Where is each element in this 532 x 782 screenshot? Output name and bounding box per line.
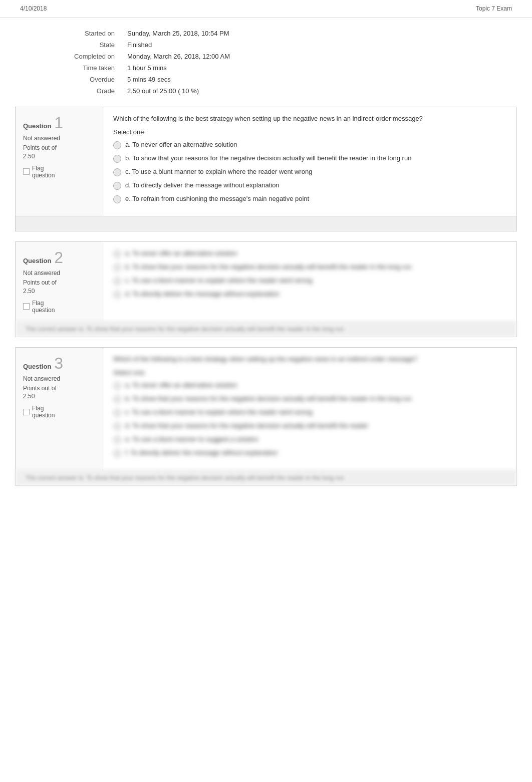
radio-1-2[interactable] <box>113 168 121 176</box>
points-label-2: Points out of 2.50 <box>23 279 95 296</box>
page-header: 4/10/2018 Topic 7 Exam <box>0 0 532 18</box>
question-sidebar-3: Question3Not answeredPoints out of 2.50F… <box>16 348 103 470</box>
option-row-3-4[interactable]: e. To use a blunt manner to suggest a so… <box>113 435 506 444</box>
option-row-2-3[interactable]: d. To directly deliver the message witho… <box>113 290 506 299</box>
questions-container: Question1Not answeredPoints out of 2.50F… <box>0 107 532 486</box>
not-answered-3: Not answered <box>23 375 95 382</box>
question-label-1: Question <box>23 122 51 130</box>
option-row-3-1[interactable]: b. To show that your reasons for the neg… <box>113 395 506 403</box>
time-taken-value: 1 hour 5 mins <box>122 62 339 74</box>
flag-text-1: Flag question <box>32 165 55 179</box>
question-content-2: a. To never offer an alternative solutio… <box>103 242 516 321</box>
option-text-3-0: a. To never offer an alternative solutio… <box>125 381 237 389</box>
radio-2-2[interactable] <box>113 277 121 285</box>
option-row-3-2[interactable]: c. To use a blunt manner to explain wher… <box>113 408 506 417</box>
flag-question-3[interactable]: Flag question <box>23 405 95 419</box>
option-text-2-0: a. To never offer an alternative solutio… <box>125 249 237 257</box>
header-title: Topic 7 Exam <box>476 5 512 12</box>
select-one-label-3: Select one: <box>113 369 506 376</box>
info-table: Started on Sunday, March 25, 2018, 10:54… <box>20 28 339 97</box>
question-label-3: Question <box>23 363 51 370</box>
question-content-3: Which of the following is a best strateg… <box>103 348 516 470</box>
option-text-1-2: c. To use a blunt manner to explain wher… <box>125 168 312 175</box>
option-row-1-2[interactable]: c. To use a blunt manner to explain wher… <box>113 168 506 176</box>
flag-checkbox-1[interactable] <box>23 168 30 175</box>
started-on-label: Started on <box>20 28 122 39</box>
radio-1-4[interactable] <box>113 195 121 203</box>
radio-3-4[interactable] <box>113 436 121 444</box>
overdue-value: 5 mins 49 secs <box>122 74 339 85</box>
flag-question-2[interactable]: Flag question <box>23 300 95 314</box>
option-row-3-5[interactable]: f. To directly deliver the message witho… <box>113 449 506 457</box>
completed-on-label: Completed on <box>20 51 122 62</box>
flag-checkbox-2[interactable] <box>23 303 30 310</box>
started-on-value: Sunday, March 25, 2018, 10:54 PM <box>122 28 339 39</box>
state-label: State <box>20 39 122 51</box>
question-footer-3: The correct answer is: To show that your… <box>16 470 516 485</box>
option-row-1-4[interactable]: e. To refrain from cushioning the messag… <box>113 195 506 203</box>
radio-3-5[interactable] <box>113 449 121 457</box>
option-text-3-4: e. To use a blunt manner to suggest a so… <box>125 435 258 443</box>
time-taken-label: Time taken <box>20 62 122 74</box>
question-text-1: Which of the following is the best strat… <box>113 115 506 122</box>
not-answered-2: Not answered <box>23 270 95 277</box>
option-text-3-1: b. To show that your reasons for the neg… <box>125 395 411 402</box>
option-text-1-3: d. To directly deliver the message witho… <box>125 181 280 189</box>
state-value: Finished <box>122 39 339 51</box>
overdue-label: Overdue <box>20 74 122 85</box>
option-text-1-4: e. To refrain from cushioning the messag… <box>125 195 309 202</box>
question-footer-2: The correct answer is: To show that your… <box>16 321 516 337</box>
radio-2-0[interactable] <box>113 250 121 258</box>
option-text-3-2: c. To use a blunt manner to explain wher… <box>125 408 312 416</box>
option-text-2-1: b. To show that your reasons for the neg… <box>125 263 411 271</box>
not-answered-1: Not answered <box>23 135 95 142</box>
radio-3-1[interactable] <box>113 395 121 403</box>
radio-2-3[interactable] <box>113 291 121 299</box>
points-label-3: Points out of 2.50 <box>23 384 95 401</box>
option-text-1-1: b. To show that your reasons for the neg… <box>125 154 411 162</box>
flag-question-1[interactable]: Flag question <box>23 165 95 179</box>
points-label-1: Points out of 2.50 <box>23 144 95 161</box>
option-row-3-3[interactable]: d. To show that your reasons for the neg… <box>113 422 506 430</box>
radio-1-3[interactable] <box>113 182 121 190</box>
question-number-2: 2 <box>54 249 63 266</box>
option-text-3-5: f. To directly deliver the message witho… <box>125 449 278 456</box>
radio-1-1[interactable] <box>113 155 121 163</box>
radio-3-0[interactable] <box>113 382 121 390</box>
option-text-1-0: a. To never offer an alternative solutio… <box>125 141 237 148</box>
completed-on-value: Monday, March 26, 2018, 12:00 AM <box>122 51 339 62</box>
question-number-3: 3 <box>54 355 63 371</box>
question-sidebar-1: Question1Not answeredPoints out of 2.50F… <box>16 107 103 216</box>
grade-value: 2.50 out of 25.00 ( 10 %) <box>122 85 339 97</box>
radio-2-1[interactable] <box>113 264 121 272</box>
question-label-2: Question <box>23 257 51 265</box>
option-text-2-3: d. To directly deliver the message witho… <box>125 290 280 298</box>
grade-label: Grade <box>20 85 122 97</box>
radio-3-2[interactable] <box>113 409 121 417</box>
option-row-1-0[interactable]: a. To never offer an alternative solutio… <box>113 141 506 149</box>
select-one-label-1: Select one: <box>113 128 506 136</box>
option-row-2-1[interactable]: b. To show that your reasons for the neg… <box>113 263 506 272</box>
question-content-1: Which of the following is the best strat… <box>103 107 516 216</box>
option-row-1-1[interactable]: b. To show that your reasons for the neg… <box>113 154 506 163</box>
radio-1-0[interactable] <box>113 141 121 149</box>
question-block-3: Question3Not answeredPoints out of 2.50F… <box>15 347 517 486</box>
flag-text-3: Flag question <box>32 405 55 419</box>
option-row-3-0[interactable]: a. To never offer an alternative solutio… <box>113 381 506 390</box>
header-date: 4/10/2018 <box>20 5 47 12</box>
flag-checkbox-3[interactable] <box>23 409 30 415</box>
flag-text-2: Flag question <box>32 300 55 314</box>
option-row-2-2[interactable]: c. To use a blunt manner to explain wher… <box>113 277 506 285</box>
question-number-1: 1 <box>54 115 63 131</box>
question-block-1: Question1Not answeredPoints out of 2.50F… <box>15 107 517 231</box>
option-text-2-2: c. To use a blunt manner to explain wher… <box>125 277 312 284</box>
option-text-3-3: d. To show that your reasons for the neg… <box>125 422 368 429</box>
question-block-2: Question2Not answeredPoints out of 2.50F… <box>15 241 517 337</box>
question-text-3: Which of the following is a best strateg… <box>113 355 506 363</box>
radio-3-3[interactable] <box>113 422 121 430</box>
question-footer-1 <box>16 216 516 231</box>
option-row-1-3[interactable]: d. To directly deliver the message witho… <box>113 181 506 190</box>
question-sidebar-2: Question2Not answeredPoints out of 2.50F… <box>16 242 103 321</box>
option-row-2-0[interactable]: a. To never offer an alternative solutio… <box>113 249 506 258</box>
